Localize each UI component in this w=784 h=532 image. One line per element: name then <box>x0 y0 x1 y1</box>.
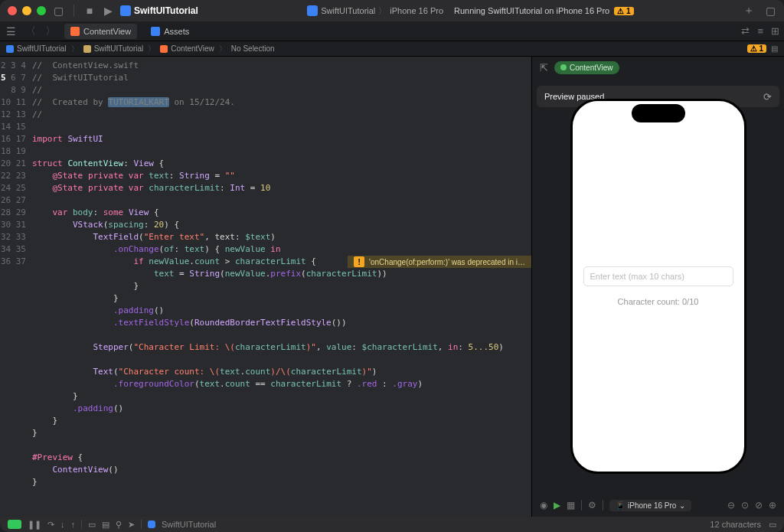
debug-location-icon[interactable]: ➤ <box>128 520 135 530</box>
debug-status-icon[interactable] <box>8 520 21 529</box>
tab-assets[interactable]: Assets <box>145 24 195 39</box>
window-controls <box>8 6 46 15</box>
run-button[interactable]: ▶ <box>102 5 114 17</box>
assets-icon <box>151 27 160 36</box>
tab-label: ContentView <box>83 27 131 36</box>
back-button[interactable]: 〈 <box>24 25 37 38</box>
project-icon <box>6 45 14 53</box>
step-over-icon[interactable]: ↷ <box>47 520 54 530</box>
destination-label: iPhone 16 Pro <box>390 6 443 15</box>
swift-file-icon <box>70 27 80 36</box>
crumb: ContentView <box>171 44 214 53</box>
character-count: 12 characters <box>710 520 761 529</box>
preview-toolbar: ◉ ▶ ▦ ⚙ 📱iPhone 16 Pro⌄ ⊖ ⊙ ⊘ ⊕ <box>532 494 784 517</box>
zoom-actual-icon[interactable]: ⊘ <box>755 500 763 511</box>
warning-badge[interactable]: ⚠︎ 1 <box>614 7 633 15</box>
preview-target-badge[interactable]: ContentView <box>554 61 619 74</box>
warning-icon: ! <box>354 256 364 267</box>
preview-variants-icon[interactable]: ▦ <box>567 500 575 511</box>
debug-view-icon[interactable]: ▭ <box>88 520 96 530</box>
zoom-in-icon[interactable]: ⊕ <box>769 500 776 511</box>
preview-live-icon[interactable]: ◉ <box>540 500 547 511</box>
crumb: SwiftUITutorial <box>94 44 144 53</box>
run-destination[interactable]: SwiftUITutorial 〉 iPhone 16 Pro <box>307 5 443 17</box>
scheme-label: SwiftUITutorial <box>321 6 375 15</box>
app-icon <box>120 5 131 16</box>
tab-contentview[interactable]: ContentView <box>64 24 137 39</box>
toggle-inspector-icon[interactable]: ▢ <box>764 5 776 17</box>
title-bar: ▢ ■ ▶ SwiftUITutorial SwiftUITutorial 〉 … <box>0 0 784 21</box>
pause-debug-icon[interactable]: ❚❚ <box>28 520 41 530</box>
live-indicator-icon <box>560 64 567 70</box>
swift-file-icon <box>160 45 168 53</box>
warning-text: 'onChange(of:perform:)' was deprecated i… <box>369 258 525 266</box>
scheme-selector[interactable]: SwiftUITutorial <box>120 5 198 16</box>
step-into-icon[interactable]: ↓ <box>60 520 65 529</box>
adjust-editor-icon[interactable]: ⇄ <box>741 25 750 37</box>
app-preview-content: Enter text (max 10 chars) Character coun… <box>573 101 744 472</box>
crumb: SwiftUITutorial <box>17 44 67 53</box>
process-icon <box>148 521 155 528</box>
debug-bar: ❚❚ ↷ ↓ ↑ ▭ ▤ ⚲ ➤ SwiftUITutorial 12 char… <box>0 517 784 532</box>
scheme-icon <box>307 5 318 16</box>
preview-charcount: Character count: 0/10 <box>618 297 699 306</box>
toggle-navigator-icon[interactable]: ▢ <box>52 5 64 17</box>
tab-label: Assets <box>164 27 189 36</box>
zoom-fit-icon[interactable]: ⊙ <box>741 500 749 511</box>
preview-panel: ⇱ ContentView Preview paused ⟳ Enter tex… <box>531 57 784 517</box>
editor-options-icon[interactable]: ≡ <box>757 25 763 37</box>
step-out-icon[interactable]: ↑ <box>71 520 76 529</box>
close-window-button[interactable] <box>8 6 17 15</box>
stop-button[interactable]: ■ <box>83 5 96 17</box>
debug-memory-icon[interactable]: ▤ <box>102 520 109 530</box>
zoom-window-button[interactable] <box>37 6 46 15</box>
line-gutter: 2 3 4 5 6 7 8 9 10 11 12 13 14 15 16 17 … <box>0 57 32 517</box>
add-editor-icon[interactable]: ⊞ <box>771 25 779 37</box>
process-name: SwiftUITutorial <box>162 520 216 529</box>
add-button[interactable]: ＋ <box>743 5 755 17</box>
pin-preview-icon[interactable]: ⇱ <box>540 62 548 73</box>
preview-textfield[interactable]: Enter text (max 10 chars) <box>583 266 733 286</box>
code-content[interactable]: // ContentView.swift // SwiftUITutorial … <box>32 57 531 488</box>
preview-device-label: iPhone 16 Pro <box>628 501 676 510</box>
preview-device-selector[interactable]: 📱iPhone 16 Pro⌄ <box>609 500 691 511</box>
device-frame: Enter text (max 10 chars) Character coun… <box>570 99 746 474</box>
file-warning-badge[interactable]: ⚠︎ 1 <box>747 44 766 53</box>
device-settings-icon[interactable]: ⚙ <box>588 500 596 511</box>
folder-icon <box>83 45 91 53</box>
related-items-icon[interactable]: ☰ <box>5 25 17 38</box>
preview-target-label: ContentView <box>570 64 613 72</box>
jump-bar[interactable]: SwiftUITutorial 〉 SwiftUITutorial 〉 Cont… <box>0 41 784 57</box>
toggle-debug-area-icon[interactable]: ▭ <box>769 520 776 530</box>
debug-env-icon[interactable]: ⚲ <box>116 520 122 530</box>
crumb: No Selection <box>231 44 275 53</box>
code-editor[interactable]: 2 3 4 5 6 7 8 9 10 11 12 13 14 15 16 17 … <box>0 57 531 517</box>
resume-preview-icon[interactable]: ⟳ <box>763 91 772 103</box>
forward-button[interactable]: 〉 <box>44 25 57 38</box>
status-text: Running SwiftUITutorial on iPhone 16 Pro <box>454 6 609 15</box>
minimap-toggle-icon[interactable]: ▤ <box>771 44 778 53</box>
inline-warning[interactable]: ! 'onChange(of:perform:)' was deprecated… <box>348 256 531 268</box>
zoom-out-icon[interactable]: ⊖ <box>727 500 735 511</box>
activity-status: Running SwiftUITutorial on iPhone 16 Pro… <box>454 6 634 15</box>
tab-bar: ☰ 〈 〉 ContentView Assets ⇄ ≡ ⊞ <box>0 21 784 41</box>
preview-play-icon[interactable]: ▶ <box>554 500 560 511</box>
project-name: SwiftUITutorial <box>134 5 198 16</box>
minimize-window-button[interactable] <box>22 6 31 15</box>
